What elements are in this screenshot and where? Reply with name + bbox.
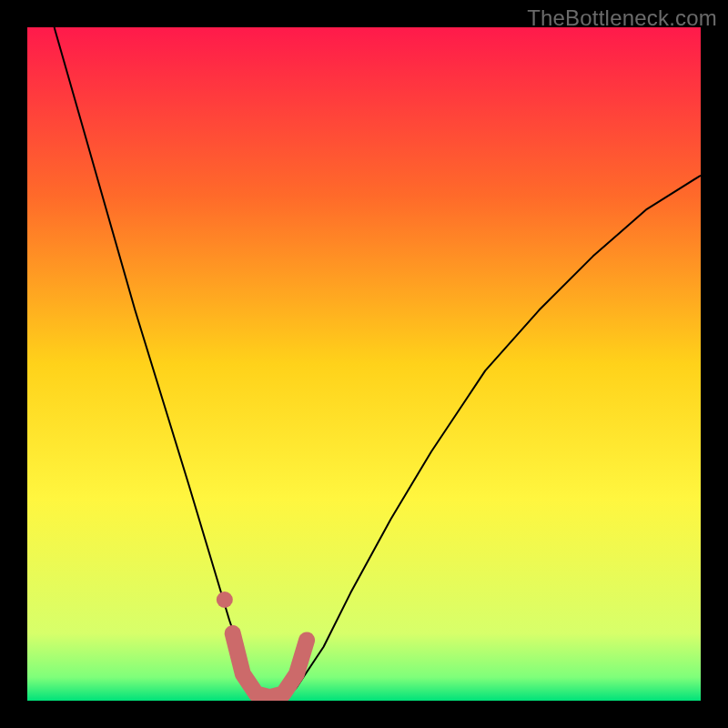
chart-svg bbox=[27, 27, 701, 701]
watermark-text: TheBottleneck.com bbox=[527, 5, 717, 31]
gradient-bg bbox=[27, 27, 701, 701]
plot-area bbox=[27, 27, 701, 701]
chart-frame: TheBottleneck.com bbox=[0, 0, 728, 728]
series-highlight-dot-pt bbox=[217, 592, 233, 608]
